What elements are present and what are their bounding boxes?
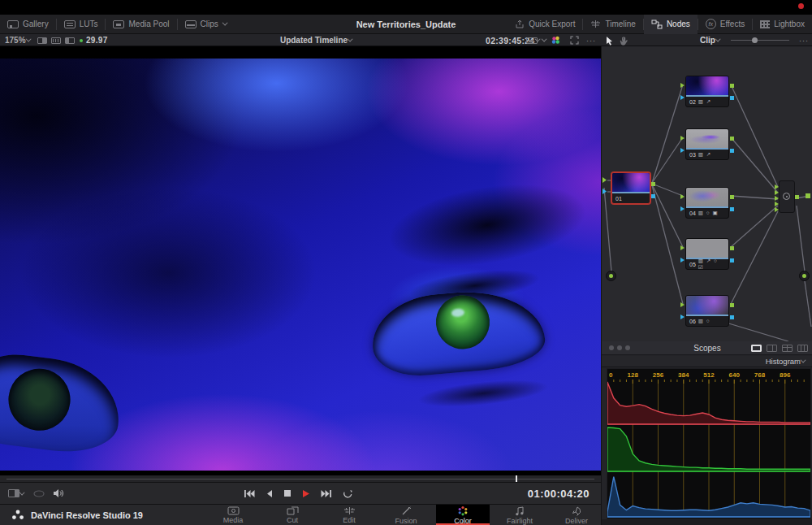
playhead-marker[interactable] (516, 475, 517, 482)
scopes-header[interactable]: Scopes (602, 341, 812, 355)
ellipsis-icon: ··· (799, 37, 809, 45)
viewer-mode-reference-icon[interactable] (65, 37, 75, 44)
mixer-input-1[interactable] (775, 184, 779, 189)
clip-format-button[interactable] (526, 34, 547, 46)
unmix-icon (33, 490, 45, 497)
node-05-number: 05 (689, 262, 696, 267)
lightbox-label: Lightbox (774, 20, 805, 28)
viewer-jog-bar[interactable] (0, 475, 601, 482)
tab-edit[interactable]: Edit (322, 505, 376, 525)
scope-layout-two-icon[interactable] (767, 345, 777, 352)
media-pool-button[interactable]: Media Pool (106, 15, 176, 34)
node-04[interactable]: 04▥ ○ ▣ (685, 187, 729, 219)
viewer-mode-split-icon[interactable] (37, 37, 47, 44)
node-03[interactable]: 03▥ ↗ (685, 128, 729, 160)
node-05[interactable]: 05▥ ↗ ○ ☑ (685, 238, 729, 270)
mixer-input-4[interactable] (775, 202, 779, 206)
node-06[interactable]: 06▥ ○ (685, 295, 729, 327)
node-02-key-input-port[interactable] (680, 95, 685, 100)
node-02-key-output-port[interactable] (730, 96, 734, 100)
tab-deliver[interactable]: Deliver (550, 505, 603, 525)
effects-panel-button[interactable]: fx Effects (698, 15, 752, 34)
node-02[interactable]: 02▥ ↗ (685, 76, 729, 107)
node-02-rgb-output-port[interactable] (730, 84, 734, 88)
node-03-rgb-output-port[interactable] (730, 137, 734, 141)
viewer-mode-wipe-icon[interactable] (51, 37, 61, 44)
node-04-key-input-port[interactable] (680, 206, 685, 211)
slider-handle[interactable] (752, 37, 758, 43)
scope-layout-quad-icon[interactable] (782, 345, 793, 352)
scope-layout-columns-icon[interactable] (797, 345, 808, 352)
node-06-key-input-port[interactable] (680, 315, 685, 319)
unmix-button[interactable] (33, 490, 45, 497)
node-view-mode[interactable]: Clip (700, 34, 721, 46)
transport-bar: 01:00:04:20 (0, 482, 601, 504)
source-node-dot[interactable] (606, 271, 616, 281)
node-06-rgb-input-port[interactable] (680, 302, 685, 307)
status-dot-icon (80, 39, 83, 42)
node-06-rgb-output-port[interactable] (730, 303, 734, 307)
mixer-input-5[interactable] (775, 207, 779, 212)
viewer-zoom-select[interactable]: 175% (5, 34, 32, 46)
node-graph-panel[interactable]: 01 02▥ ↗ 03▥ ↗ 04▥ ○ ▣ (601, 46, 812, 341)
layer-mixer-node[interactable] (779, 180, 795, 213)
viewer-layout-button[interactable] (8, 489, 25, 497)
tab-deliver-label: Deliver (565, 517, 588, 525)
tab-color[interactable]: Color (436, 505, 490, 525)
quick-export-button[interactable]: Quick Export (508, 15, 582, 34)
color-viewer[interactable] (0, 46, 601, 475)
nodes-more-options[interactable]: ··· (799, 34, 809, 46)
grade-palette-button[interactable] (551, 34, 561, 46)
node-04-rgb-input-port[interactable] (680, 194, 685, 199)
mixer-input-2[interactable] (775, 190, 779, 195)
node-04-rgb-output-port[interactable] (730, 195, 734, 199)
scope-type-selector[interactable]: Histogram (602, 356, 812, 367)
camera-format-icon (526, 37, 538, 44)
tab-media[interactable]: Media (206, 505, 260, 525)
skip-to-start-button[interactable] (244, 489, 255, 498)
luts-button[interactable]: LUTs (57, 15, 106, 34)
node-03-key-output-port[interactable] (730, 149, 734, 153)
output-node-dot[interactable] (799, 271, 810, 281)
node-05-key-input-port[interactable] (680, 258, 685, 262)
loop-button[interactable] (343, 488, 353, 498)
timeline-selector[interactable]: Updated Timeline (268, 34, 365, 46)
node-01-key-output-port[interactable] (651, 194, 655, 198)
node-05-key-output-port[interactable] (730, 258, 734, 262)
tab-fairlight[interactable]: Fairlight (493, 505, 546, 525)
pointer-tool-button[interactable] (606, 34, 614, 46)
mixer-output-port[interactable] (795, 195, 799, 199)
mixer-input-3[interactable] (775, 196, 779, 201)
skip-to-end-button[interactable] (321, 489, 332, 498)
mute-button[interactable] (53, 488, 63, 498)
timeline-panel-button[interactable]: Timeline (583, 15, 642, 34)
scope-layout-single-icon[interactable] (751, 345, 762, 352)
node-01-rgb-output-port[interactable] (651, 182, 655, 186)
pan-tool-button[interactable] (620, 34, 628, 46)
lightbox-button[interactable]: Lightbox (753, 15, 812, 34)
clips-button[interactable]: Clips (178, 15, 235, 34)
tab-fusion[interactable]: Fusion (379, 505, 433, 525)
node-04-key-output-port[interactable] (730, 207, 734, 211)
node-02-rgb-input-port[interactable] (680, 83, 685, 88)
viewer-more-options[interactable]: ··· (586, 34, 596, 46)
node-06-key-output-port[interactable] (730, 315, 734, 319)
nodes-icon (651, 20, 663, 29)
step-back-button[interactable] (266, 489, 273, 498)
node-03-key-input-port[interactable] (680, 148, 685, 153)
node-01-number: 01 (615, 196, 622, 202)
play-button[interactable] (302, 489, 310, 498)
expand-viewer-button[interactable] (570, 34, 579, 46)
layer-mixer-icon (783, 193, 790, 200)
chevron-down-icon (348, 37, 353, 42)
nodes-panel-button[interactable]: Nodes (644, 15, 698, 34)
node-05-rgb-output-port[interactable] (730, 246, 734, 250)
node-zoom-slider[interactable] (731, 34, 789, 46)
tab-cut[interactable]: Cut (266, 505, 319, 525)
gallery-button[interactable]: Gallery (0, 15, 56, 34)
node-03-rgb-input-port[interactable] (680, 136, 685, 141)
timeline-name: Updated Timeline (280, 36, 348, 45)
node-01[interactable]: 01 (611, 172, 650, 204)
stop-button[interactable] (283, 489, 292, 497)
node-05-rgb-input-port[interactable] (680, 245, 685, 250)
